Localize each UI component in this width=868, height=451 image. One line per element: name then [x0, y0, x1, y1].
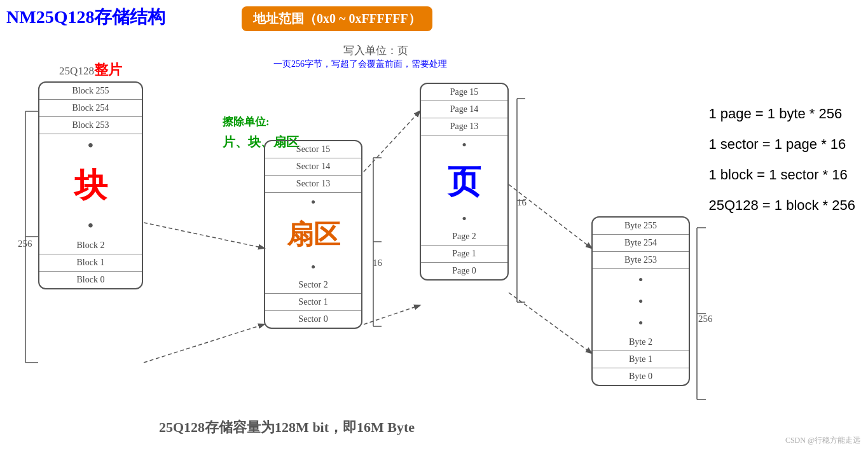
byte-row-0: Byte 0 [593, 368, 689, 385]
byte-dots-1: • [593, 269, 689, 291]
block-dots-bottom: • [39, 214, 142, 237]
addr-badge: 地址范围（0x0 ~ 0xFFFFFF） [242, 6, 432, 31]
watermark: CSDN @行稳方能走远 [785, 435, 860, 446]
block-dots-top: • [39, 134, 142, 157]
label-16-page: 16 [517, 197, 527, 208]
page-row-15: Page 15 [421, 84, 507, 101]
svg-line-4 [509, 184, 591, 248]
block-row-2: Block 2 [39, 237, 142, 254]
sector-dots-bottom: • [265, 258, 361, 277]
byte-row-1: Byte 1 [593, 351, 689, 368]
block-center: 块 [39, 157, 142, 214]
byte-list-container: Byte 255 Byte 254 Byte 253 • • • Byte 2 … [591, 216, 690, 386]
page-center: 页 [421, 155, 507, 209]
page-dots-top: • [421, 135, 507, 155]
formula-2: 1 sector = 1 page * 16 [708, 129, 855, 160]
byte-row-255: Byte 255 [593, 218, 689, 235]
byte-row-254: Byte 254 [593, 235, 689, 252]
sector-row-15: Sector 15 [265, 141, 361, 158]
sector-row-14: Sector 14 [265, 158, 361, 176]
formula-1: 1 page = 1 byte * 256 [708, 99, 855, 129]
page-row-13: Page 13 [421, 118, 507, 135]
formula-3: 1 block = 1 sector * 16 [708, 160, 855, 190]
block-row-255: Block 255 [39, 83, 142, 100]
sector-dots-top: • [265, 193, 361, 212]
sector-row-13: Sector 13 [265, 176, 361, 193]
write-unit-label: 写入单位：页 [343, 43, 408, 58]
page-outer: Page 15 Page 14 Page 13 • 页 • Page 2 Pag… [420, 83, 509, 281]
svg-line-1 [144, 324, 264, 363]
formulas: 1 page = 1 byte * 256 1 sector = 1 page … [708, 99, 855, 221]
page-row-2: Page 2 [421, 228, 507, 246]
byte-dots-3: • [593, 312, 689, 334]
erase-unit-label: 擦除单位: [223, 114, 270, 129]
byte-row-253: Byte 253 [593, 252, 689, 269]
label-256-byte: 256 [698, 314, 713, 324]
block-row-254: Block 254 [39, 100, 142, 117]
page-row-0: Page 0 [421, 263, 507, 279]
block-row-0: Block 0 [39, 272, 142, 288]
byte-dots-2: • [593, 291, 689, 312]
sector-list-container: Sector 15 Sector 14 Sector 13 • 扇区 • Sec… [264, 140, 362, 329]
label-16-sector: 16 [373, 258, 382, 268]
sector-row-1: Sector 1 [265, 294, 361, 311]
page-dots-bottom: • [421, 209, 507, 228]
block-outer: Block 255 Block 254 Block 253 • 块 • Bloc… [38, 81, 143, 289]
sector-center: 扇区 [265, 212, 361, 258]
bottom-caption: 25Q128存储容量为128M bit，即16M Byte [159, 418, 415, 437]
block-row-253: Block 253 [39, 117, 142, 134]
block-list-container: 25Q128整片 Block 255 Block 254 Block 253 •… [38, 60, 143, 289]
block-list-title: 25Q128整片 [38, 60, 143, 80]
svg-line-3 [364, 305, 420, 324]
byte-outer: Byte 255 Byte 254 Byte 253 • • • Byte 2 … [591, 216, 690, 386]
formula-4: 25Q128 = 1 block * 256 [708, 190, 855, 221]
page-container: NM25Q128存储结构 地址范围（0x0 ~ 0xFFFFFF） 写入单位：页… [0, 0, 868, 451]
page-list-container: Page 15 Page 14 Page 13 • 页 • Page 2 Pag… [420, 83, 509, 281]
page-row-14: Page 14 [421, 101, 507, 118]
sector-row-2: Sector 2 [265, 277, 361, 294]
write-unit-desc: 一页256字节，写超了会覆盖前面，需要处理 [273, 59, 447, 70]
main-title: NM25Q128存储结构 [6, 5, 165, 29]
block-row-1: Block 1 [39, 254, 142, 272]
sector-outer: Sector 15 Sector 14 Sector 13 • 扇区 • Sec… [264, 140, 362, 329]
svg-line-5 [509, 293, 591, 353]
svg-line-2 [364, 111, 420, 172]
label-256-left: 256 [18, 239, 32, 249]
sector-row-0: Sector 0 [265, 311, 361, 328]
byte-row-2: Byte 2 [593, 334, 689, 351]
page-row-1: Page 1 [421, 246, 507, 263]
svg-line-0 [144, 223, 264, 248]
